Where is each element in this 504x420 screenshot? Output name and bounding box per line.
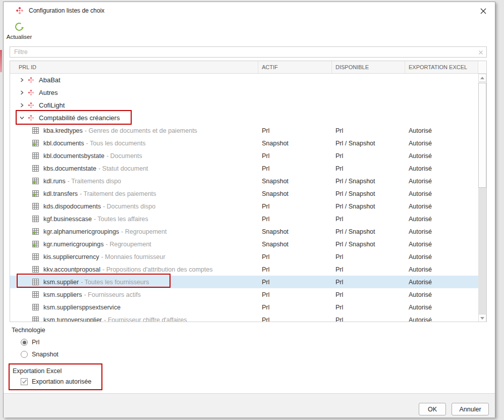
scrollbar-thumb[interactable] [478,83,486,188]
prl-id-cell: ksm.turnoversupplier- Fournisseur chiffr… [10,317,258,323]
table-row[interactable]: kba.kredtypes- Genres de documents et de… [10,124,478,137]
tree-group-row[interactable]: CofiLight [10,99,478,112]
scroll-down-button[interactable] [478,314,486,322]
prl-id-description: - Toutes les fournisseurs [81,279,149,286]
radio-button-prl[interactable] [21,339,28,346]
table-row[interactable]: kgf.businesscase- Toutes les affairesPrl… [10,213,478,225]
disponible-cell: Prl [332,279,405,286]
table-row[interactable]: kbs.documentstate- Statut documentPrlPrl… [10,162,478,175]
table-body: AbaBatAutresCofiLightComptabilité des cr… [10,74,486,322]
column-header-actif[interactable]: ACTIF [258,61,332,73]
refresh-button[interactable]: Actualiser [5,20,34,42]
prl-id-name: kdl.runs [43,178,66,185]
export-cell: Autorisé [405,127,478,134]
table-snapshot-icon [32,190,39,197]
table-row[interactable]: kkv.accountproposal- Propositions d'attr… [10,263,478,276]
table-row[interactable]: kbl.documents- Tous les documentsSnapsho… [10,137,478,149]
filter-input[interactable] [10,47,486,57]
radio-option-snapshot[interactable]: Snapshot [21,351,59,358]
prl-id-cell: kgf.businesscase- Toutes les affaires [10,216,258,223]
prl-id-name: kbl.documentsbystate [43,152,104,160]
group-label: AbaBat [39,76,61,84]
table-row[interactable]: ksm.turnoversupplier- Fournisseur chiffr… [10,313,478,322]
prl-id-cell: CofiLight [10,101,258,109]
clear-filter-icon[interactable] [478,49,484,56]
table-icon [32,165,39,172]
radio-button-snapshot[interactable] [21,351,28,358]
radio-label-prl: Prl [32,339,39,346]
configuration-dialog: Configuration listes de choix Actualiser [3,2,495,417]
tree-group-row[interactable]: Comptabilité des créanciers [10,112,478,124]
table-row[interactable]: kbl.documentsbystate- DocumentsPrlPrlAut… [10,149,478,162]
table-row[interactable]: kdl.transfers- Traitement des paiementsS… [10,187,478,200]
group-label: Autres [39,89,58,96]
table-row[interactable]: ksm.suppliersppsextservicePrlPrlAutorisé [10,301,478,313]
tree-group-row[interactable]: Autres [10,86,478,99]
export-cell: Autorisé [405,140,478,147]
tree-group-row[interactable]: AbaBat [10,74,478,86]
abacus-logo-icon [16,7,24,15]
prl-id-name: kds.dispodocuments [43,203,101,210]
actif-cell: Prl [258,304,332,311]
prl-id-name: kdl.transfers [43,190,78,197]
footer-bar: OK Annuler [4,393,495,417]
export-allowed-option[interactable]: Exportation autorisée [21,378,91,385]
prl-id-description: - Regroupement [106,241,151,248]
table-scrollbar[interactable] [478,74,486,322]
background-app-sliver [0,50,2,72]
disponible-cell: Prl / Snapshot [332,241,405,248]
actif-cell: Prl [258,203,332,210]
table-row[interactable]: kds.dispodocuments- Documents dispoPrlPr… [10,200,478,213]
prl-id-name: kbl.documents [43,140,84,147]
prl-id-cell: ksm.suppliersppsextservice [10,304,258,311]
module-diamond-icon [28,102,34,109]
close-button[interactable] [478,6,489,16]
export-allowed-checkbox[interactable] [21,378,28,385]
module-diamond-icon [28,89,34,96]
column-header-exportation-excel[interactable]: EXPORTATION EXCEL [405,61,478,73]
prl-id-cell: AbaBat [10,76,258,84]
prl-id-description: - Regroupement [121,228,166,235]
cancel-button[interactable]: Annuler [452,403,489,415]
prl-id-description: - Documents [106,152,142,160]
module-diamond-icon [28,77,34,83]
prl-id-cell: kkv.accountproposal- Propositions d'attr… [10,266,258,273]
technology-label: Technologie [12,327,45,334]
column-header-prl-id[interactable]: PRL ID [10,61,258,73]
table-icon [32,216,39,222]
actif-cell: Prl [258,127,332,134]
prl-id-name: ksm.turnoversupplier [43,317,102,323]
actif-cell: Prl [258,152,332,160]
arrow-down-icon [480,317,484,320]
prl-id-cell: kdl.transfers- Traitement des paiements [10,190,258,197]
prl-id-description: - Fournisseur chiffre d'affaires [104,317,187,323]
prl-id-name: kbs.documentstate [43,165,96,172]
radio-option-prl[interactable]: Prl [21,339,39,346]
prl-id-cell: kba.kredtypes- Genres de documents et de… [10,127,258,134]
prl-id-name: kis.suppliercurrency [43,253,99,260]
scrollbar-track[interactable] [478,188,486,314]
column-header-disponible[interactable]: DISPONIBLE [332,61,405,73]
scroll-up-button[interactable] [478,74,486,82]
prl-id-cell: ksm.supplier- Toutes les fournisseurs [10,279,258,286]
ok-button[interactable]: OK [419,403,446,415]
actif-cell: Prl [258,291,332,298]
table-row[interactable]: kgr.alphanumericgroupings- RegroupementS… [10,225,478,238]
prl-id-cell: Comptabilité des créanciers [10,114,258,122]
table-row[interactable]: ksm.suppliers- Fournisseurs actifsPrlPrl… [10,288,478,301]
table-row[interactable]: kgr.numericgroupings- RegroupementSnapsh… [10,238,478,250]
actif-cell: Snapshot [258,228,332,235]
table-row[interactable]: kis.suppliercurrency- Monnaies fournisse… [10,250,478,263]
disponible-cell: Prl / Snapshot [332,178,405,185]
prl-id-name: kkv.accountproposal [43,266,100,273]
prl-id-cell: kds.dispodocuments- Documents dispo [10,203,258,210]
table-row[interactable]: ksm.supplier- Toutes les fournisseursPrl… [10,276,478,288]
prl-id-description: - Toutes les affaires [94,216,148,223]
actif-cell: Prl [258,266,332,273]
table-row[interactable]: kdl.runs- Traitements dispoSnapshotPrl /… [10,175,478,187]
collapse-chevron-icon [20,116,24,120]
export-cell: Autorisé [405,216,478,223]
export-cell: Autorisé [405,178,478,185]
table-icon [32,253,39,260]
actif-cell: Prl [258,165,332,172]
